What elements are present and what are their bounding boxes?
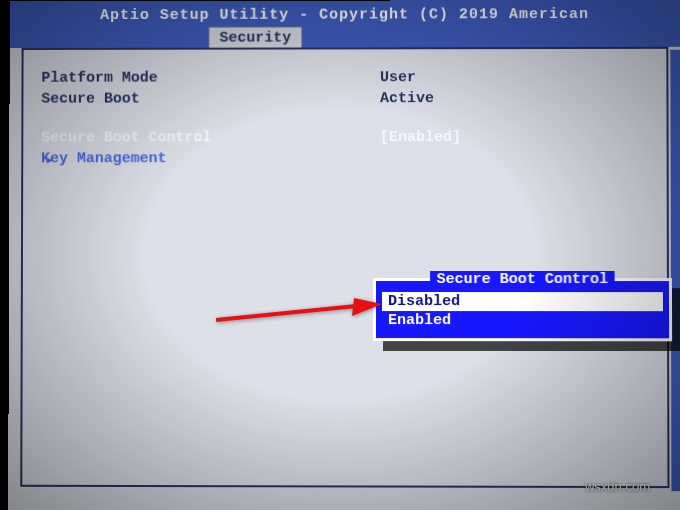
platform-mode-value: User (380, 69, 416, 86)
submenu-arrow-icon: ▸ (45, 150, 54, 169)
platform-mode-label: Platform Mode (41, 69, 380, 86)
bios-screen: Aptio Setup Utility - Copyright (C) 2019… (8, 0, 680, 510)
key-management-label: Key Management (41, 150, 380, 167)
secure-boot-control-value: [Enabled] (380, 129, 461, 146)
row-key-management[interactable]: ▸ Key Management (41, 148, 659, 169)
tab-bar: Security (10, 25, 680, 48)
row-secure-boot: Secure Boot Active (41, 88, 658, 110)
row-platform-mode: Platform Mode User (41, 67, 658, 89)
row-secure-boot-control[interactable]: Secure Boot Control [Enabled] (41, 127, 658, 149)
popup-option-enabled[interactable]: Enabled (382, 311, 663, 330)
right-border (670, 50, 680, 491)
secure-boot-label: Secure Boot (41, 90, 380, 107)
header-title: Aptio Setup Utility - Copyright (C) 2019… (10, 0, 680, 26)
secure-boot-value: Active (380, 90, 434, 107)
watermark: wsxdn.com (585, 479, 650, 494)
popup-option-disabled[interactable]: Disabled (382, 292, 663, 311)
secure-boot-control-popup: Secure Boot Control Disabled Enabled (373, 278, 672, 341)
secure-boot-control-label: Secure Boot Control (41, 129, 380, 146)
popup-title: Secure Boot Control (431, 271, 615, 288)
main-panel: Platform Mode User Secure Boot Active Se… (20, 47, 669, 488)
